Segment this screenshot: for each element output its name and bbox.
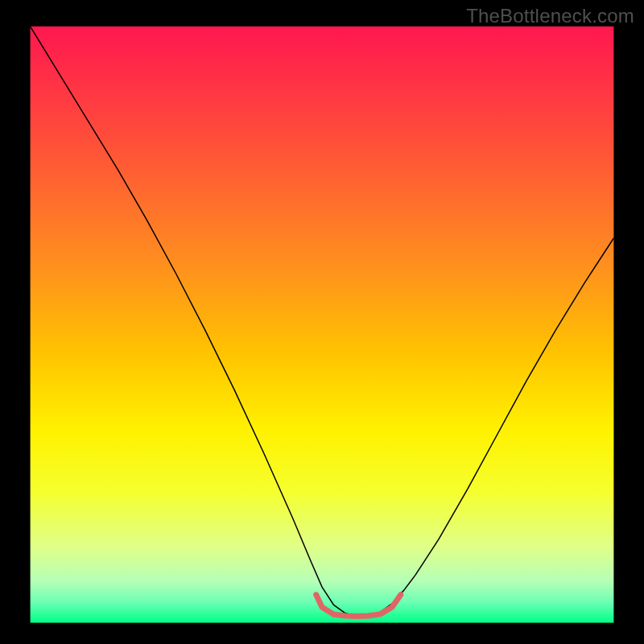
chart-canvas: [0, 0, 644, 644]
plot-background: [31, 27, 614, 623]
chart-stage: TheBottleneck.com: [0, 0, 644, 644]
watermark-text: TheBottleneck.com: [466, 5, 634, 27]
